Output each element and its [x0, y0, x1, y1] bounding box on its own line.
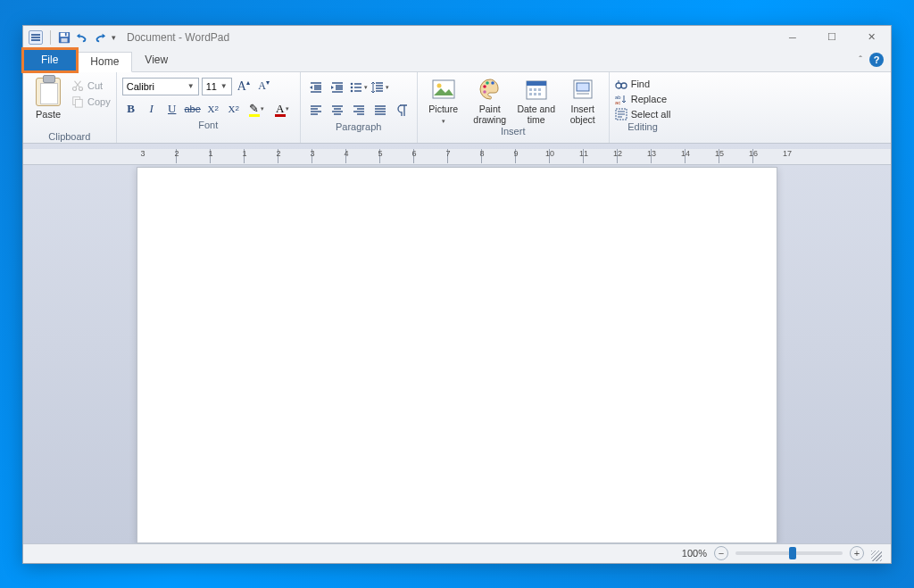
font-size-combo[interactable]: 11▼ — [202, 78, 232, 95]
svg-point-5 — [79, 87, 82, 90]
bold-button[interactable]: B — [122, 99, 140, 119]
group-editing: Find abac Replace Select all Editing — [610, 72, 677, 143]
paragraph-dialog-button[interactable] — [392, 101, 411, 120]
align-left-button[interactable] — [306, 101, 326, 120]
svg-point-10 — [351, 89, 353, 92]
help-icon[interactable]: ? — [869, 53, 884, 67]
zoom-out-button[interactable]: − — [714, 546, 728, 560]
window-title: Document - WordPad — [127, 31, 229, 44]
svg-text:ac: ac — [615, 100, 620, 105]
save-icon[interactable] — [58, 31, 71, 44]
zoom-in-button[interactable]: + — [850, 546, 864, 560]
paint-label: Paint drawing — [473, 104, 506, 125]
line-spacing-button[interactable]: ▾ — [370, 78, 390, 97]
paste-button[interactable]: Paste — [29, 76, 68, 129]
align-center-icon — [330, 104, 345, 118]
caret-down-icon: ▾ — [261, 105, 264, 112]
align-right-button[interactable] — [349, 101, 369, 120]
subscript-button[interactable]: X2 — [204, 99, 222, 119]
wordpad-window: ▾ Document - WordPad ─ ☐ ✕ File Home Vie… — [22, 25, 892, 564]
strikethrough-button[interactable]: abe — [184, 99, 202, 119]
caret-down-icon: ▾ — [442, 118, 445, 124]
tabs-right-controls: ˆ ? — [859, 49, 891, 71]
font-name-value: Calibri — [127, 81, 154, 92]
svg-point-12 — [436, 83, 441, 87]
align-center-button[interactable] — [328, 101, 347, 120]
svg-rect-20 — [577, 83, 589, 91]
minimize-button[interactable]: ─ — [773, 26, 812, 49]
replace-button[interactable]: abac Replace — [615, 93, 671, 105]
select-all-label: Select all — [631, 109, 671, 120]
wordpad-app-icon[interactable] — [29, 30, 43, 45]
qat-separator — [50, 30, 51, 45]
svg-point-22 — [621, 83, 627, 88]
calendar-icon — [525, 78, 548, 101]
page-viewport[interactable] — [23, 165, 891, 543]
font-group-label: Font — [122, 119, 295, 130]
paragraph-icon — [395, 104, 409, 118]
increase-indent-button[interactable] — [328, 78, 347, 97]
underline-button[interactable]: U — [163, 99, 181, 119]
caret-down-icon: ▾ — [364, 84, 368, 91]
cut-label: Cut — [87, 80, 103, 91]
indent-right-icon — [330, 80, 345, 95]
superscript-button[interactable]: X2 — [225, 99, 243, 119]
insert-date-button[interactable]: Date and time — [516, 76, 557, 125]
resize-grip[interactable] — [871, 551, 882, 561]
replace-icon: abac — [615, 93, 627, 105]
svg-rect-3 — [65, 32, 67, 36]
document-page[interactable] — [137, 167, 777, 543]
svg-point-13 — [483, 85, 486, 88]
svg-point-15 — [491, 81, 494, 85]
qat-customize-dropdown[interactable]: ▾ — [112, 33, 116, 42]
copy-button[interactable]: Copy — [71, 95, 111, 108]
font-name-combo[interactable]: Calibri▼ — [122, 78, 199, 95]
insert-picture-button[interactable]: Picture▾ — [423, 76, 464, 125]
zoom-level[interactable]: 100% — [682, 548, 707, 559]
align-left-icon — [309, 104, 323, 118]
italic-button[interactable]: I — [143, 99, 161, 119]
date-label: Date and time — [517, 104, 555, 125]
scissors-icon — [71, 79, 84, 92]
insert-object-button[interactable]: Insert object — [562, 76, 603, 125]
paragraph-group-label: Paragraph — [306, 120, 411, 132]
caret-down-icon: ▾ — [286, 105, 289, 112]
binoculars-icon — [615, 78, 627, 90]
grow-font-button[interactable]: A▴ — [235, 78, 253, 95]
paste-label: Paste — [36, 109, 61, 120]
find-button[interactable]: Find — [615, 78, 671, 90]
undo-icon[interactable] — [76, 31, 88, 44]
bullets-icon — [349, 80, 363, 95]
cut-button[interactable]: Cut — [71, 79, 111, 92]
svg-rect-2 — [62, 37, 68, 41]
insert-paint-button[interactable]: Paint drawing — [469, 76, 511, 125]
tab-view[interactable]: View — [132, 49, 181, 71]
redo-icon[interactable] — [94, 31, 106, 44]
title-bar: ▾ Document - WordPad ─ ☐ ✕ — [23, 26, 891, 49]
align-justify-button[interactable] — [370, 101, 390, 120]
horizontal-ruler[interactable]: 3211234567891011121314151617 — [23, 149, 891, 165]
ribbon: Paste Cut Copy Clipboard — [23, 72, 891, 144]
shrink-font-button[interactable]: A▾ — [255, 78, 273, 95]
palette-icon — [478, 78, 502, 101]
tab-file[interactable]: File — [23, 49, 77, 71]
align-right-icon — [352, 104, 366, 118]
tab-home[interactable]: Home — [77, 52, 132, 72]
decrease-indent-button[interactable] — [306, 78, 326, 97]
caret-down-icon: ▾ — [386, 84, 389, 91]
picture-icon — [432, 78, 455, 101]
zoom-slider-thumb[interactable] — [789, 547, 796, 559]
svg-point-8 — [351, 82, 353, 85]
svg-point-4 — [72, 87, 76, 90]
bullets-button[interactable]: ▾ — [349, 78, 369, 97]
line-spacing-icon — [370, 80, 385, 95]
close-button[interactable]: ✕ — [852, 26, 891, 49]
zoom-slider[interactable] — [735, 551, 843, 555]
select-all-button[interactable]: Select all — [615, 108, 671, 120]
object-label: Insert object — [570, 104, 595, 125]
font-color-button[interactable]: A▾ — [271, 99, 295, 119]
highlight-color-button[interactable]: ✎▾ — [245, 99, 269, 119]
collapse-ribbon-icon[interactable]: ˆ — [859, 54, 862, 65]
maximize-button[interactable]: ☐ — [812, 26, 852, 49]
status-bar: 100% − + — [23, 543, 891, 563]
